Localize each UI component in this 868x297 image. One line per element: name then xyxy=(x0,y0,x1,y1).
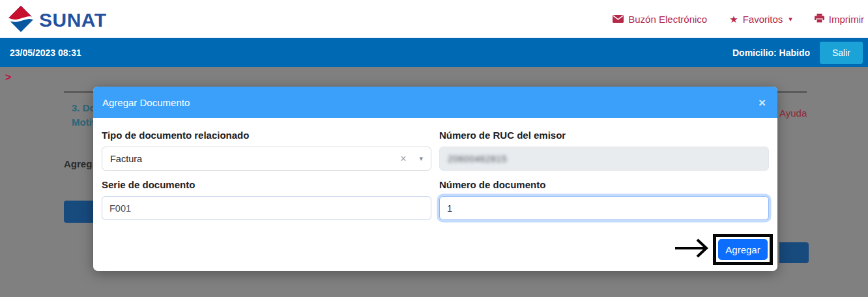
background-label: Agreg xyxy=(64,158,92,169)
imprimir-label: Imprimir xyxy=(829,14,864,25)
imprimir-link[interactable]: Imprimir xyxy=(815,14,864,25)
tipo-documento-label: Tipo de documento relacionado xyxy=(102,130,431,141)
salir-button[interactable]: Salir xyxy=(820,42,863,64)
header-links: Buzón Electrónico ★ Favoritos ▾ Imprimir xyxy=(613,14,864,25)
star-icon: ★ xyxy=(729,14,738,24)
caret-down-icon: ▾ xyxy=(788,16,792,23)
sunat-logo-text: SUNAT xyxy=(39,9,107,31)
tipo-documento-select[interactable]: Factura × ▾ xyxy=(102,147,431,171)
buzon-electronico-link[interactable]: Buzón Electrónico xyxy=(613,14,707,25)
sunat-logo-icon xyxy=(7,5,35,35)
ayuda-link[interactable]: Ayuda xyxy=(779,107,807,119)
ruc-emisor-label: Número de RUC del emisor xyxy=(439,130,769,141)
buzon-electronico-label: Buzón Electrónico xyxy=(628,14,707,25)
serie-documento-input[interactable] xyxy=(102,196,431,220)
favoritos-label: Favoritos xyxy=(743,14,783,25)
mail-icon xyxy=(613,14,624,25)
session-datetime: 23/05/2023 08:31 xyxy=(10,48,81,58)
clear-icon[interactable]: × xyxy=(400,154,406,164)
sunat-logo[interactable]: SUNAT xyxy=(7,5,107,35)
numero-documento-label: Número de documento xyxy=(439,179,769,190)
close-icon[interactable]: × xyxy=(759,96,766,109)
tipo-documento-value: Factura xyxy=(110,154,142,164)
modal-title: Agregar Documento xyxy=(102,97,190,108)
background-button-right xyxy=(779,242,809,263)
favoritos-link[interactable]: ★ Favoritos ▾ xyxy=(729,14,792,25)
page: SUNAT Buzón Electrónico ★ Favoritos ▾ xyxy=(0,0,868,297)
printer-icon xyxy=(815,14,824,25)
app-header: SUNAT Buzón Electrónico ★ Favoritos ▾ xyxy=(0,0,868,38)
modal-header: Agregar Documento × xyxy=(93,87,777,118)
dropdown-caret-icon[interactable]: ▾ xyxy=(419,155,423,162)
chevron-right-icon[interactable]: > xyxy=(5,72,11,83)
agregar-button[interactable]: Agregar xyxy=(718,239,768,260)
ruc-emisor-value: 20600462815 xyxy=(448,154,507,164)
agregar-documento-modal: Agregar Documento × Tipo de documento re… xyxy=(93,87,777,271)
numero-documento-input[interactable] xyxy=(439,196,769,220)
ruc-emisor-field: 20600462815 xyxy=(439,147,769,171)
modal-body: Tipo de documento relacionado Factura × … xyxy=(93,118,777,220)
domicile-status: Domicilio: Habido xyxy=(732,48,810,58)
serie-documento-label: Serie de documento xyxy=(102,179,431,190)
session-bar: 23/05/2023 08:31 Domicilio: Habido Salir xyxy=(0,38,868,67)
